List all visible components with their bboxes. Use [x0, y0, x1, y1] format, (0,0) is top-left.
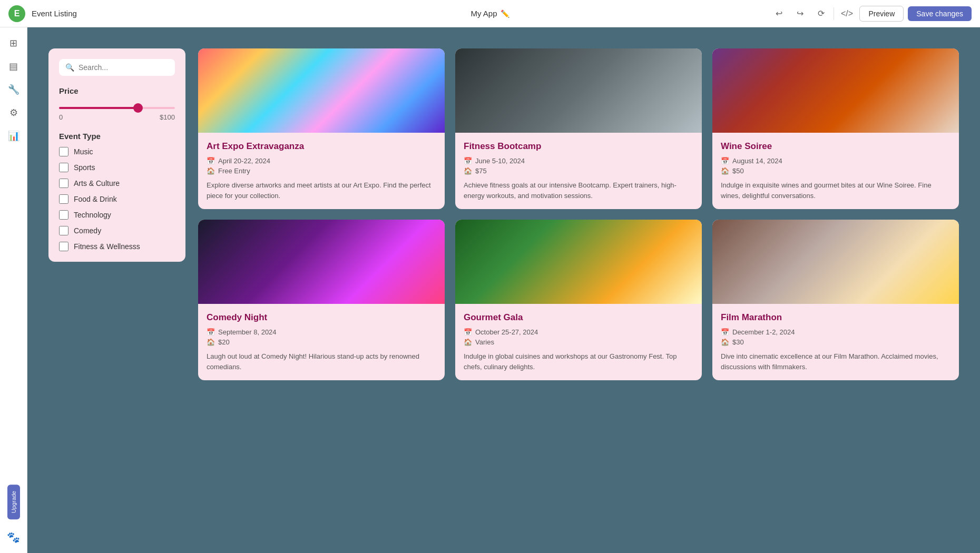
event-price-film-marathon: $30: [732, 338, 744, 346]
category-item-comedy[interactable]: Comedy: [59, 226, 175, 235]
event-price-gourmet-gala: Varies: [475, 338, 494, 346]
category-item-fitness-&-wellnesss[interactable]: Fitness & Wellnesss: [59, 242, 175, 251]
event-card-fitness-bootcamp: Fitness Bootcamp 📅 June 5-10, 2024 🏠 $75…: [455, 48, 702, 209]
checkbox-3[interactable]: [59, 194, 68, 204]
save-button[interactable]: Save changes: [908, 6, 972, 21]
sidebar-item-analytics[interactable]: 📊: [4, 126, 23, 145]
event-price-row-art-expo: 🏠 Free Entry: [207, 167, 436, 175]
event-body-gourmet-gala: Gourmet Gala 📅 October 25-27, 2024 🏠 Var…: [455, 304, 702, 380]
event-title-comedy-night: Comedy Night: [207, 312, 436, 323]
event-meta-art-expo: 📅 April 20-22, 2024 🏠 Free Entry: [207, 157, 436, 175]
event-date-film-marathon: December 1-2, 2024: [732, 328, 795, 336]
sidebar-item-tools[interactable]: 🔧: [4, 80, 23, 99]
category-item-sports[interactable]: Sports: [59, 163, 175, 172]
sidebar-item-grid[interactable]: ⊞: [4, 34, 23, 53]
checkbox-4[interactable]: [59, 210, 68, 220]
calendar-icon: 📅: [464, 157, 472, 165]
event-card-gourmet-gala: Gourmet Gala 📅 October 25-27, 2024 🏠 Var…: [455, 220, 702, 380]
event-date-comedy-night: September 8, 2024: [218, 328, 277, 336]
event-date-row-wine-soiree: 📅 August 14, 2024: [721, 157, 950, 165]
category-item-music[interactable]: Music: [59, 147, 175, 156]
calendar-icon: 📅: [207, 157, 215, 165]
ticket-icon: 🏠: [721, 167, 729, 175]
event-price-wine-soiree: $50: [732, 167, 744, 175]
category-list: MusicSportsArts & CultureFood & DrinkTec…: [59, 147, 175, 251]
topbar-title: Event Listing: [32, 9, 77, 18]
topbar-divider: [834, 7, 834, 20]
event-date-row-comedy-night: 📅 September 8, 2024: [207, 328, 436, 336]
checkbox-0[interactable]: [59, 147, 68, 156]
edit-app-name-icon[interactable]: ✏️: [501, 9, 509, 18]
event-price-row-gourmet-gala: 🏠 Varies: [464, 338, 693, 346]
event-title-film-marathon: Film Marathon: [721, 312, 950, 323]
event-desc-film-marathon: Dive into cinematic excellence at our Fi…: [721, 351, 950, 372]
content-area: 🔍 Price 0 $100 Event Type MusicSportsArt…: [27, 27, 980, 553]
event-image-comedy-night: [198, 220, 445, 304]
price-slider[interactable]: [59, 107, 175, 109]
search-input[interactable]: [79, 63, 169, 72]
category-item-arts-&-culture[interactable]: Arts & Culture: [59, 179, 175, 188]
price-labels: 0 $100: [59, 113, 175, 121]
ticket-icon: 🏠: [464, 167, 472, 175]
topbar-actions: ↩ ↪ ⟳ </> Preview Save changes: [770, 5, 972, 22]
calendar-icon: 📅: [721, 157, 729, 165]
ticket-icon: 🏠: [464, 338, 472, 346]
price-label: Price: [59, 86, 175, 95]
price-max: $100: [160, 113, 175, 121]
event-title-fitness-bootcamp: Fitness Bootcamp: [464, 141, 693, 152]
event-image-gourmet-gala: [455, 220, 702, 304]
event-price-row-wine-soiree: 🏠 $50: [721, 167, 950, 175]
undo-button[interactable]: ↩: [770, 5, 787, 22]
preview-button[interactable]: Preview: [859, 6, 904, 22]
event-image-wine-soiree: [712, 48, 959, 133]
event-desc-art-expo: Explore diverse artworks and meet artist…: [207, 180, 436, 201]
checkbox-6[interactable]: [59, 242, 68, 251]
ticket-icon: 🏠: [721, 338, 729, 346]
event-price-row-fitness-bootcamp: 🏠 $75: [464, 167, 693, 175]
sidebar-item-settings[interactable]: ⚙: [4, 103, 23, 122]
ticket-icon: 🏠: [207, 338, 215, 346]
event-meta-film-marathon: 📅 December 1-2, 2024 🏠 $30: [721, 328, 950, 346]
topbar: E Event Listing My App ✏️ ↩ ↪ ⟳ </> Prev…: [0, 0, 980, 27]
event-meta-gourmet-gala: 📅 October 25-27, 2024 🏠 Varies: [464, 328, 693, 346]
event-desc-wine-soiree: Indulge in exquisite wines and gourmet b…: [721, 180, 950, 201]
price-range-section: Price 0 $100: [59, 86, 175, 121]
checkbox-1[interactable]: [59, 163, 68, 172]
app-name-label: My App: [471, 9, 497, 18]
sidebar: ⊞ ▤ 🔧 ⚙ 📊 Upgrade 🐾: [0, 27, 27, 553]
event-price-comedy-night: $20: [218, 338, 230, 346]
category-item-technology[interactable]: Technology: [59, 210, 175, 220]
event-card-film-marathon: Film Marathon 📅 December 1-2, 2024 🏠 $30…: [712, 220, 959, 380]
app-logo: E: [8, 5, 25, 22]
event-image-film-marathon: [712, 220, 959, 304]
paw-icon: 🐾: [4, 528, 23, 547]
filter-panel: 🔍 Price 0 $100 Event Type MusicSportsArt…: [48, 48, 185, 262]
event-meta-comedy-night: 📅 September 8, 2024 🏠 $20: [207, 328, 436, 346]
search-icon: 🔍: [65, 63, 74, 72]
event-date-row-gourmet-gala: 📅 October 25-27, 2024: [464, 328, 693, 336]
event-title-art-expo: Art Expo Extravaganza: [207, 141, 436, 152]
event-card-art-expo: Art Expo Extravaganza 📅 April 20-22, 202…: [198, 48, 445, 209]
event-body-comedy-night: Comedy Night 📅 September 8, 2024 🏠 $20 L…: [198, 304, 445, 380]
event-image-art-expo: [198, 48, 445, 133]
event-title-gourmet-gala: Gourmet Gala: [464, 312, 693, 323]
sidebar-item-layers[interactable]: ▤: [4, 57, 23, 76]
event-price-row-comedy-night: 🏠 $20: [207, 338, 436, 346]
redo-button[interactable]: ↪: [791, 5, 808, 22]
code-button[interactable]: </>: [838, 5, 855, 22]
ticket-icon: 🏠: [207, 167, 215, 175]
event-date-row-fitness-bootcamp: 📅 June 5-10, 2024: [464, 157, 693, 165]
events-grid: Art Expo Extravaganza 📅 April 20-22, 202…: [198, 48, 959, 532]
upgrade-button[interactable]: Upgrade: [7, 485, 20, 519]
category-item-food-&-drink[interactable]: Food & Drink: [59, 194, 175, 204]
event-desc-comedy-night: Laugh out loud at Comedy Night! Hilariou…: [207, 351, 436, 372]
checkbox-5[interactable]: [59, 226, 68, 235]
event-image-fitness-bootcamp: [455, 48, 702, 133]
topbar-center: My App ✏️: [471, 9, 509, 18]
event-price-fitness-bootcamp: $75: [475, 167, 487, 175]
event-desc-gourmet-gala: Indulge in global cuisines and workshops…: [464, 351, 693, 372]
history-button[interactable]: ⟳: [812, 5, 829, 22]
event-body-wine-soiree: Wine Soiree 📅 August 14, 2024 🏠 $50 Indu…: [712, 133, 959, 209]
checkbox-2[interactable]: [59, 179, 68, 188]
event-price-row-film-marathon: 🏠 $30: [721, 338, 950, 346]
